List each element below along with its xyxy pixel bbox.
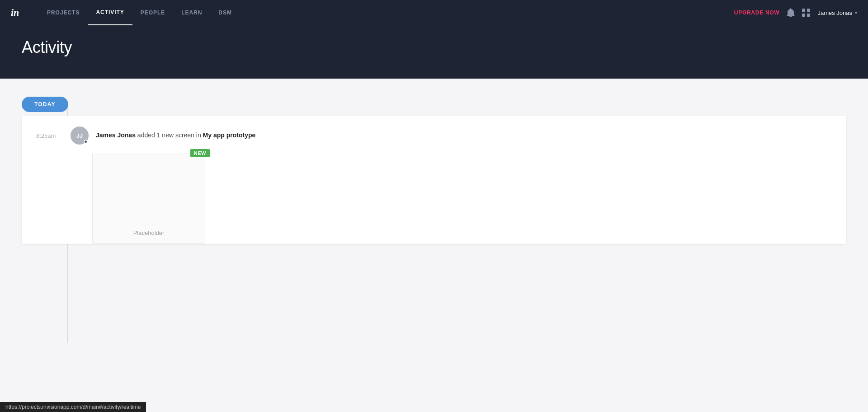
timeline-wrapper: TODAY 8:25am JJ James Jonas added 1 new …: [22, 97, 846, 244]
today-button[interactable]: TODAY: [22, 97, 68, 112]
new-badge: NEW: [190, 149, 210, 157]
svg-text:in: in: [11, 8, 19, 18]
content-area: TODAY 8:25am JJ James Jonas added 1 new …: [0, 79, 868, 412]
page-header: Activity: [0, 25, 868, 79]
svg-rect-1: [802, 9, 805, 12]
activity-section: 8:25am JJ James Jonas added 1 new screen…: [22, 116, 846, 244]
screen-label: Placeholder: [133, 229, 165, 236]
user-name: James Jonas: [817, 9, 852, 16]
page-title: Activity: [22, 38, 846, 57]
upgrade-button[interactable]: UPGRADE NOW: [734, 9, 780, 16]
svg-rect-4: [807, 14, 810, 17]
nav-learn[interactable]: LEARN: [173, 0, 210, 25]
user-menu[interactable]: James Jonas ▾: [817, 9, 857, 16]
status-url: https://projects.invisionapp.com/d/main#…: [5, 404, 141, 410]
activity-user-name: James Jonas: [96, 131, 136, 139]
activity-time: 8:25am: [36, 132, 63, 139]
screen-thumbnail[interactable]: Placeholder: [92, 154, 205, 244]
activity-header: 8:25am JJ James Jonas added 1 new screen…: [36, 126, 832, 145]
chevron-down-icon: ▾: [855, 10, 857, 15]
avatar-status-dot: [84, 140, 88, 144]
nav-links: PROJECTS ACTIVITY PEOPLE LEARN DSM: [39, 0, 734, 25]
activity-description: James Jonas added 1 new screen in My app…: [96, 131, 255, 140]
screen-card[interactable]: NEW Placeholder: [92, 154, 205, 244]
nav-activity[interactable]: ACTIVITY: [88, 0, 132, 25]
nav-right: UPGRADE NOW James Jonas ▾: [734, 8, 857, 17]
nav-dsm[interactable]: DSM: [210, 0, 240, 25]
screen-preview-area: NEW Placeholder: [36, 154, 832, 244]
grid-icon[interactable]: [802, 9, 810, 17]
navbar: in PROJECTS ACTIVITY PEOPLE LEARN DSM UP…: [0, 0, 868, 25]
notification-icon[interactable]: [787, 8, 795, 17]
status-bar: https://projects.invisionapp.com/d/main#…: [0, 402, 146, 412]
avatar: JJ: [71, 126, 89, 145]
nav-projects[interactable]: PROJECTS: [39, 0, 88, 25]
activity-project-name: My app prototype: [203, 131, 256, 139]
nav-people[interactable]: PEOPLE: [132, 0, 173, 25]
svg-rect-3: [802, 14, 805, 17]
svg-rect-2: [807, 9, 810, 12]
activity-card: 8:25am JJ James Jonas added 1 new screen…: [22, 116, 846, 244]
activity-action: added 1 new screen in: [136, 131, 203, 139]
logo[interactable]: in: [11, 8, 24, 18]
